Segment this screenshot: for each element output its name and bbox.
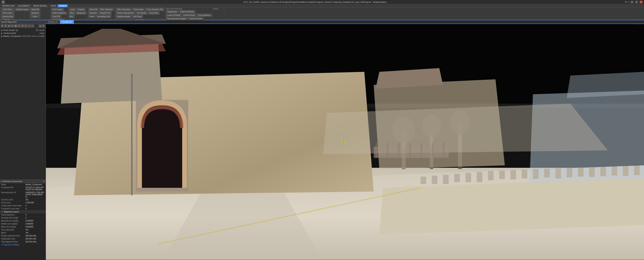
view-btn-add[interactable]: ☁ xyxy=(38,24,42,27)
maximize-button[interactable]: □ xyxy=(635,1,638,3)
svg-rect-38 xyxy=(454,174,460,182)
svg-rect-14 xyxy=(131,74,132,195)
toolbar-section-find: Find Images Define Distance Find CPs Con… xyxy=(50,7,68,20)
toolbar-btn-filter-selection[interactable]: Filter Selection xyxy=(99,8,114,11)
properties-panel: ■ Selected component(s) ✕ Name Master_Co… xyxy=(0,180,46,260)
scene-alignment-header: Scene Alignment xyxy=(0,20,46,24)
toolbar-btn-depth-and-mask[interactable]: Depth and Mask xyxy=(179,10,195,13)
prop-value-total-alignment-time: 00h:00m:00s xyxy=(26,241,36,243)
toolbar-btn-camera-lasso[interactable]: Camera Lasso xyxy=(15,8,30,11)
toolbar-btn-ortho-projection[interactable]: Ortho Projection xyxy=(116,8,132,11)
prop-value-geo-referenced: Yes xyxy=(26,229,28,231)
menu-workflow[interactable]: WORKFLOW xyxy=(1,4,16,7)
toolbar-btn-info-panel[interactable]: Info Panel xyxy=(132,15,143,18)
tree-item-point-clouds[interactable]: ▶ Point clouds' rig 251 clouds xyxy=(0,29,46,32)
toolbar-btn-define-distance[interactable]: Define Distance xyxy=(51,11,67,14)
toolbar-btn-invert-2[interactable]: Invert xyxy=(88,15,96,18)
tree-item-control-points[interactable]: ▶ Control points empty xyxy=(0,32,46,35)
toolbar-btn-deselect-2[interactable]: Deselect xyxy=(88,11,98,14)
menu-alignment[interactable]: ALIGNMENT xyxy=(16,4,32,7)
prop-label-camera-count: Camera count xyxy=(1,199,26,201)
toolbar-btn-box[interactable]: Box xyxy=(69,15,74,18)
view-btn-extra3[interactable]: ⊗ xyxy=(24,24,27,27)
toolbar-btn-cross-sections[interactable]: Cross Sections xyxy=(197,14,212,17)
toolbar-btn-camera-rect[interactable]: Camera Rect xyxy=(1,15,14,18)
view-btn-extra2[interactable]: ⊠ xyxy=(21,24,24,27)
toolbar-btn-rect[interactable]: Rect xyxy=(69,11,75,14)
menu-view[interactable]: VIEW xyxy=(49,4,57,7)
prop-label-total-alignment-time: Total alignment time xyxy=(1,241,26,243)
toolbar-btn-find-cps[interactable]: Find CPs xyxy=(51,15,62,18)
toolbar-btn-lasso[interactable]: Lasso xyxy=(69,8,76,11)
svg-rect-26 xyxy=(374,147,449,158)
toolbar-btn-select-all-2[interactable]: Select All xyxy=(88,8,98,11)
toolbar-btn-all-classify[interactable]: All Classify xyxy=(136,11,148,14)
view-btn-extra5[interactable]: ▷ xyxy=(31,24,34,27)
tab-scene-3d[interactable]: SCENE 3D xyxy=(60,20,74,23)
toolbar-btn-duplicate-model[interactable]: Duplicate Model xyxy=(116,15,132,18)
view-btn-small[interactable]: ▤ xyxy=(8,24,10,27)
prop-value-mean-error: 0.000000 xyxy=(26,226,33,228)
tree-item-master-component[interactable]: ▶ Master_Component ⚙ 251/251 cams, 8 mod… xyxy=(0,35,46,38)
toolbar-btn-point-rect[interactable]: Point Rect xyxy=(1,8,14,11)
menu-mesh-model[interactable]: MESH MODEL xyxy=(32,4,49,7)
toolbar-btn-deselect-1[interactable]: Deselect xyxy=(30,11,40,14)
prop-value-max-error: 0.000000 xyxy=(26,220,33,222)
toolbar-btn-close-holes[interactable]: Close Holes xyxy=(132,8,145,11)
toolbar-btn-point-lasso[interactable]: Point Lasso xyxy=(1,11,14,14)
prop-row-constraint-count: Constraint count used 0 xyxy=(0,207,46,210)
view-btn-list[interactable]: ☰ xyxy=(4,24,7,27)
prop-label-cp-count: Control point count used xyxy=(1,205,26,207)
toolbar-btn-registration[interactable]: Registration xyxy=(166,10,178,13)
alignment-settings-row[interactable]: ▼ Alignment settings xyxy=(0,243,46,246)
svg-rect-42 xyxy=(499,171,505,179)
toolbar-btn-invert-1[interactable]: Invert xyxy=(30,15,40,18)
prop-value-registration-time: 00h:00m:00s xyxy=(26,238,36,240)
toolbar-btn-reconstruction-region[interactable]: Reconstruction Region xyxy=(166,17,188,20)
view-btn-grid[interactable]: ⊞ xyxy=(1,24,4,27)
toolbar-section-select: Select All Filter Selection Deselect Sim… xyxy=(88,7,115,20)
view-btn-detail[interactable]: ▦ xyxy=(14,24,17,27)
menu-tools[interactable]: TOOLS xyxy=(58,4,68,7)
viewport-3d[interactable]: 1Ds 3Ds xyxy=(46,24,644,260)
prop-value-camera-count: 251 xyxy=(26,199,29,201)
main-content: Scene Alignment ⊞ ☰ ▤ ⊟ ▦ ⊡ ⊠ ⊗ ◁ ▷ ☁ ⚙ … xyxy=(0,20,644,260)
svg-rect-51 xyxy=(600,167,606,176)
view-btn-extra1[interactable]: ⊡ xyxy=(18,24,20,27)
tree-label-master-component: Master_Component xyxy=(3,35,22,37)
view-btn-settings[interactable]: ⚙ xyxy=(42,24,45,27)
minimize-button[interactable]: — xyxy=(630,1,634,3)
close-button[interactable]: ✕ xyxy=(640,1,642,3)
toolbar-btn-ground-control[interactable]: Ground Control xyxy=(188,17,203,20)
toolbar-btn-simplify-tool[interactable]: Simplify Tool xyxy=(98,11,112,14)
toolbar-btn-smoothing-tool[interactable]: Smoothing Tool xyxy=(96,15,112,18)
titlebar: RC CCG_CA_LIDAR* saved to E:\Historic VR… xyxy=(0,0,644,4)
svg-rect-40 xyxy=(477,172,482,182)
viewport[interactable]: SCENE 1D SCENE 3D xyxy=(46,20,644,260)
prop-label-constraint-count: Constraint count used xyxy=(1,208,26,210)
tree-expand-icon-2: ▶ xyxy=(1,32,2,34)
prop-label-feature-time: Feature detection time xyxy=(1,235,26,237)
toolbar-btn-cut-by-box[interactable]: Cut by Box xyxy=(148,11,160,14)
toolbar-btn-cross-sections-tool[interactable]: Cross Sections Tool xyxy=(145,8,164,11)
toolbar-btn-select-all-1[interactable]: Select All xyxy=(30,8,40,11)
toolbar-btn-levels-of-detail[interactable]: Levels of Detail xyxy=(166,14,181,17)
view-btn-tile[interactable]: ⊟ xyxy=(11,24,14,27)
tab-scene-1d[interactable]: SCENE 1D xyxy=(46,20,60,23)
toolbar-section-title-export: Export xyxy=(214,8,225,10)
view-btn-extra4[interactable]: ◁ xyxy=(28,24,31,27)
toolbar-btn-control-points-2[interactable]: Control Points xyxy=(182,14,196,17)
alignment-settings-icon: ▼ xyxy=(1,244,3,246)
toolbar-btn-advanced[interactable]: Advanced xyxy=(76,11,86,14)
prop-value-point-count: 6,366,096 xyxy=(26,202,34,204)
prop-row-avg-track: Average track length 0 xyxy=(0,217,46,219)
prop-row-total-alignment-time: Total alignment time 00h:00m:00s xyxy=(0,240,46,243)
toolbar-btn-texture-reprojection[interactable]: Texture Reprojection xyxy=(116,11,136,14)
svg-rect-50 xyxy=(589,167,595,177)
svg-rect-45 xyxy=(533,169,538,179)
toolbar-btn-expand-2[interactable]: Expand xyxy=(76,8,86,11)
toolbar-btn-find-images[interactable]: Find Images xyxy=(51,8,64,11)
toolbar-section-lasso: Lasso Expand Rect Advanced Box xyxy=(68,7,88,20)
prop-value-avg-track: 0 xyxy=(26,217,26,219)
properties-close-btn[interactable]: ✕ xyxy=(43,180,44,182)
